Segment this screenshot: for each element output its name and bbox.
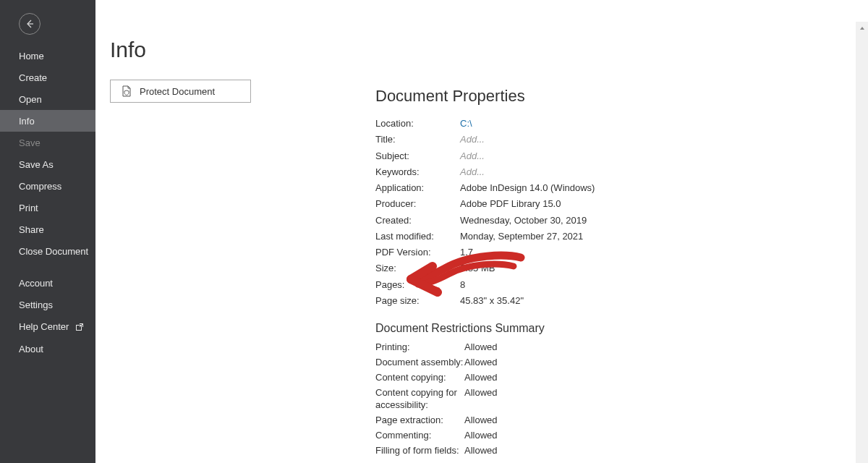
restriction-value: Allowed [464,445,498,456]
property-value: Adobe PDF Library 15.0 [460,198,561,210]
sidebar-item-home[interactable]: Home [0,45,95,67]
restriction-label: Printing: [375,341,464,353]
property-value: 1.7 [460,247,473,258]
sidebar-item-share[interactable]: Share [0,218,95,240]
property-label: Page size: [375,295,460,307]
sidebar-item-help-center[interactable]: Help Center [0,315,95,338]
property-value: Adobe InDesign 14.0 (Windows) [460,182,595,194]
sidebar-item-account[interactable]: Account [0,272,95,294]
property-row-keywords: Keywords: Add... [375,164,752,180]
restriction-value: Allowed [464,387,498,411]
main-content: Info Protect Document Document Propertie… [95,0,868,463]
restriction-row-accessibility: Content copying for accessibility: Allow… [375,386,752,413]
sidebar-item-info[interactable]: Info [0,110,95,132]
document-shield-icon [121,85,132,97]
property-label: Pages: [375,279,460,291]
vertical-scrollbar[interactable] [856,22,868,463]
page-title: Info [110,38,868,62]
property-value: Monday, September 27, 2021 [460,231,583,242]
property-value: 45.83" x 35.42" [460,295,524,307]
restriction-value: Allowed [464,415,498,426]
document-properties: Document Properties Location: C:\ Title:… [375,87,752,459]
sidebar-item-print[interactable]: Print [0,197,95,218]
sidebar-item-save-as[interactable]: Save As [0,153,95,175]
sidebar-item-open[interactable]: Open [0,88,95,110]
property-label: Subject: [375,150,460,162]
property-value: 8 [460,279,465,291]
property-label: Title: [375,134,460,145]
restriction-value: Allowed [464,430,498,441]
restriction-row-commenting: Commenting: Allowed [375,428,752,443]
property-label: Location: [375,118,460,129]
sidebar-item-save: Save [0,132,95,153]
restriction-label: Commenting: [375,430,464,441]
restriction-label: Content copying: [375,372,464,383]
restriction-label: Filling of form fields: [375,445,464,456]
property-row-page-size: Page size: 45.83" x 35.42" [375,293,752,309]
property-row-title: Title: Add... [375,132,752,148]
property-placeholder-keywords[interactable]: Add... [460,166,485,178]
property-value-size: 9.85 MB [460,263,495,274]
document-properties-heading: Document Properties [375,87,752,106]
property-label: Created: [375,215,460,226]
sidebar-item-label: Help Center [19,321,69,332]
back-button[interactable] [19,13,41,35]
restriction-label: Content copying for accessibility: [375,387,464,411]
sidebar-item-settings[interactable]: Settings [0,294,95,315]
property-value-location-link[interactable]: C:\ [460,118,472,129]
restriction-row-copying: Content copying: Allowed [375,370,752,386]
protect-document-button[interactable]: Protect Document [110,80,251,103]
property-row-location: Location: C:\ [375,116,752,132]
property-row-size: Size: 9.85 MB [375,260,752,276]
sidebar-item-create[interactable]: Create [0,67,95,88]
property-row-producer: Producer: Adobe PDF Library 15.0 [375,196,752,212]
property-row-modified: Last modified: Monday, September 27, 202… [375,229,752,245]
external-link-icon [76,322,83,333]
scrollbar-up-icon[interactable] [856,22,868,34]
restriction-row-formfill: Filling of form fields: Allowed [375,443,752,459]
sidebar-item-about[interactable]: About [0,338,95,360]
property-label: Application: [375,182,460,194]
restrictions-heading: Document Restrictions Summary [375,322,752,335]
restriction-label: Document assembly: [375,357,464,368]
property-row-subject: Subject: Add... [375,148,752,164]
restriction-value: Allowed [464,357,498,368]
property-label: PDF Version: [375,247,460,258]
property-row-pages: Pages: 8 [375,277,752,293]
property-label: Keywords: [375,166,460,178]
property-label: Producer: [375,198,460,210]
property-placeholder-title[interactable]: Add... [460,134,485,145]
property-value: Wednesday, October 30, 2019 [460,215,587,226]
property-label: Last modified: [375,231,460,242]
sidebar: Home Create Open Info Save Save As Compr… [0,0,95,463]
restriction-row-assembly: Document assembly: Allowed [375,354,752,370]
property-row-application: Application: Adobe InDesign 14.0 (Window… [375,180,752,196]
property-row-pdf-version: PDF Version: 1.7 [375,245,752,260]
sidebar-item-compress[interactable]: Compress [0,175,95,197]
restriction-value: Allowed [464,341,498,353]
restriction-label: Page extraction: [375,415,464,426]
restriction-row-printing: Printing: Allowed [375,339,752,354]
protect-document-label: Protect Document [140,86,215,97]
arrow-left-icon [25,19,35,29]
property-row-created: Created: Wednesday, October 30, 2019 [375,213,752,229]
property-label: Size: [375,263,460,274]
restriction-row-extraction: Page extraction: Allowed [375,412,752,428]
sidebar-item-close-document[interactable]: Close Document [0,240,95,262]
property-placeholder-subject[interactable]: Add... [460,150,485,162]
restriction-value: Allowed [464,372,498,383]
